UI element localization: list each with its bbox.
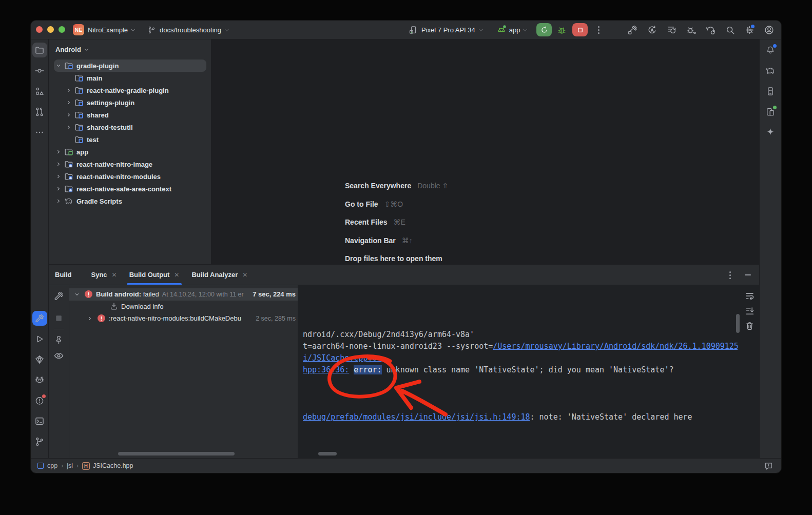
chevron-right-icon[interactable] bbox=[54, 160, 63, 168]
more-actions-kebab-icon[interactable] bbox=[594, 26, 603, 34]
console-link[interactable]: /Users/mrousavy/Library/Android/sdk/ndk/… bbox=[493, 342, 738, 351]
pin-tab-button[interactable] bbox=[53, 334, 65, 346]
console-link[interactable]: hpp:36:36: bbox=[303, 365, 349, 374]
chevron-right-icon[interactable] bbox=[85, 314, 94, 323]
tree-item-react-native-nitro-modules[interactable]: react-native-nitro-modules bbox=[54, 170, 206, 183]
close-tab-icon[interactable]: ✕ bbox=[174, 271, 179, 279]
tool-window-button-run[interactable] bbox=[32, 331, 47, 346]
tool-window-button-problems[interactable] bbox=[32, 393, 47, 408]
console-horizontal-scrollbar[interactable] bbox=[318, 452, 337, 455]
chevron-right-icon[interactable] bbox=[54, 172, 63, 181]
tool-window-button-app-quality-insights[interactable] bbox=[32, 352, 47, 367]
tool-window-button-gemini[interactable] bbox=[763, 125, 778, 140]
project-name[interactable]: NitroExample bbox=[88, 26, 128, 34]
tree-item-Gradle Scripts[interactable]: Gradle Scripts bbox=[54, 195, 206, 207]
apply-changes-button[interactable] bbox=[646, 24, 658, 36]
tool-window-button-commit[interactable] bbox=[32, 63, 47, 78]
zoom-window-button[interactable] bbox=[59, 26, 65, 33]
chevron-down-icon[interactable] bbox=[72, 290, 82, 299]
tool-window-button-running-devices[interactable] bbox=[763, 104, 778, 119]
chevron-right-icon[interactable] bbox=[54, 197, 63, 205]
chevron-right-icon[interactable] bbox=[54, 148, 63, 156]
device-selector[interactable]: Pixel 7 Pro API 34 bbox=[421, 26, 475, 34]
build-tree-row[interactable]: !:react-native-nitro-modules:buildCMakeD… bbox=[69, 312, 298, 325]
search-everywhere-button[interactable] bbox=[724, 24, 736, 36]
tool-window-button-build[interactable] bbox=[32, 311, 47, 326]
tree-item-shared-testutil[interactable]: shared-testutil bbox=[54, 121, 206, 133]
clear-all-button[interactable] bbox=[743, 320, 756, 332]
close-tab-icon[interactable]: ✕ bbox=[112, 271, 117, 279]
chevron-right-icon[interactable] bbox=[64, 86, 73, 94]
console-link[interactable]: i/JSICache.cpp.o: bbox=[303, 353, 382, 363]
build-console[interactable]: ndroid/.cxx/Debug/2nd4i3y6/arm64-v8a't=a… bbox=[298, 285, 759, 458]
project-view-selector[interactable]: Android bbox=[49, 39, 211, 60]
build-panel-options-kebab-icon[interactable] bbox=[725, 271, 734, 279]
tool-window-button-device-manager[interactable] bbox=[763, 84, 778, 98]
build-tree-row[interactable]: !Build android: failedAt 14.10.24, 12:00… bbox=[69, 288, 298, 301]
close-window-button[interactable] bbox=[36, 26, 43, 33]
tab-build-analyzer[interactable]: Build Analyzer✕ bbox=[185, 265, 254, 285]
apply-code-changes-button[interactable] bbox=[665, 24, 678, 36]
breadcrumb-item[interactable]: JSICache.hpp bbox=[93, 462, 133, 469]
tree-item-react-native-nitro-image[interactable]: react-native-nitro-image bbox=[54, 158, 206, 170]
rerun-button[interactable] bbox=[536, 23, 552, 36]
console-vertical-scrollbar[interactable] bbox=[736, 314, 740, 333]
tool-window-button-gradle[interactable] bbox=[763, 63, 778, 78]
close-tab-icon[interactable]: ✕ bbox=[242, 271, 247, 279]
tool-window-button-logcat[interactable] bbox=[32, 372, 47, 387]
rerun-build-button[interactable] bbox=[53, 290, 65, 302]
tree-indent[interactable] bbox=[64, 135, 73, 144]
tree-item-app[interactable]: app bbox=[54, 146, 206, 158]
tab-build-output[interactable]: Build Output✕ bbox=[123, 265, 186, 285]
tool-window-button-project[interactable] bbox=[32, 43, 47, 57]
sync-gradle-button[interactable] bbox=[704, 24, 717, 36]
tree-item-react-native-gradle-plugin[interactable]: react-native-gradle-plugin bbox=[54, 84, 206, 96]
chevron-down-icon[interactable] bbox=[223, 26, 230, 34]
breadcrumb-item[interactable]: cpp bbox=[47, 462, 57, 469]
build-tree-horizontal-scrollbar[interactable] bbox=[118, 452, 235, 455]
tree-indent[interactable] bbox=[98, 302, 107, 310]
tab-sync[interactable]: Sync✕ bbox=[85, 265, 123, 285]
tree-item-gradle-plugin[interactable]: gradle-plugin bbox=[54, 60, 206, 72]
tool-window-button-more[interactable] bbox=[32, 125, 47, 140]
tool-window-button-version-control[interactable] bbox=[32, 434, 47, 449]
tool-window-button-notifications[interactable] bbox=[763, 43, 778, 57]
stop-button[interactable] bbox=[572, 23, 588, 36]
tool-window-button-terminal[interactable] bbox=[32, 413, 47, 428]
run-config[interactable]: app bbox=[509, 26, 520, 34]
header-file-icon: H bbox=[82, 462, 90, 470]
chevron-down-icon[interactable] bbox=[521, 26, 529, 34]
hide-panel-button[interactable] bbox=[745, 274, 751, 276]
branch-name[interactable]: docs/troubleshooting bbox=[160, 26, 221, 34]
tree-item-shared[interactable]: shared bbox=[54, 109, 206, 121]
tree-item-react-native-safe-area-context[interactable]: react-native-safe-area-context bbox=[54, 183, 206, 195]
chevron-right-icon[interactable] bbox=[54, 185, 63, 193]
build-tree-row[interactable]: Download info bbox=[69, 301, 298, 313]
chevron-down-icon[interactable] bbox=[477, 26, 485, 34]
stop-build-button[interactable] bbox=[53, 312, 65, 324]
chevron-right-icon[interactable] bbox=[64, 123, 73, 131]
tree-indent[interactable] bbox=[64, 74, 73, 82]
settings-button[interactable] bbox=[743, 24, 756, 36]
scroll-to-end-button[interactable] bbox=[743, 305, 756, 317]
tool-window-button-pull-requests[interactable] bbox=[32, 104, 47, 119]
editor-area[interactable]: Search EverywhereDouble ⇧Go to File⇧⌘ORe… bbox=[211, 39, 759, 264]
minimize-window-button[interactable] bbox=[47, 26, 54, 33]
filters-button[interactable] bbox=[53, 349, 65, 362]
chevron-down-icon[interactable] bbox=[129, 26, 137, 34]
attach-debugger-button[interactable] bbox=[685, 24, 697, 36]
profile-button[interactable] bbox=[763, 24, 775, 36]
console-link[interactable]: debug/prefab/modules/jsi/include/jsi/jsi… bbox=[303, 412, 530, 422]
tree-item-test[interactable]: test bbox=[54, 133, 206, 146]
chevron-down-icon[interactable] bbox=[54, 62, 63, 70]
debug-button[interactable] bbox=[555, 24, 568, 36]
chevron-right-icon[interactable] bbox=[64, 98, 73, 107]
build-project-button[interactable] bbox=[626, 24, 639, 36]
soft-wrap-button[interactable] bbox=[743, 290, 756, 302]
feedback-bubble-icon[interactable] bbox=[762, 460, 775, 472]
tool-window-button-structure[interactable] bbox=[32, 84, 47, 98]
breadcrumb-item[interactable]: jsi bbox=[67, 462, 73, 469]
tree-item-main[interactable]: main bbox=[54, 72, 206, 84]
chevron-right-icon[interactable] bbox=[64, 111, 73, 119]
tree-item-settings-plugin[interactable]: settings-plugin bbox=[54, 96, 206, 109]
